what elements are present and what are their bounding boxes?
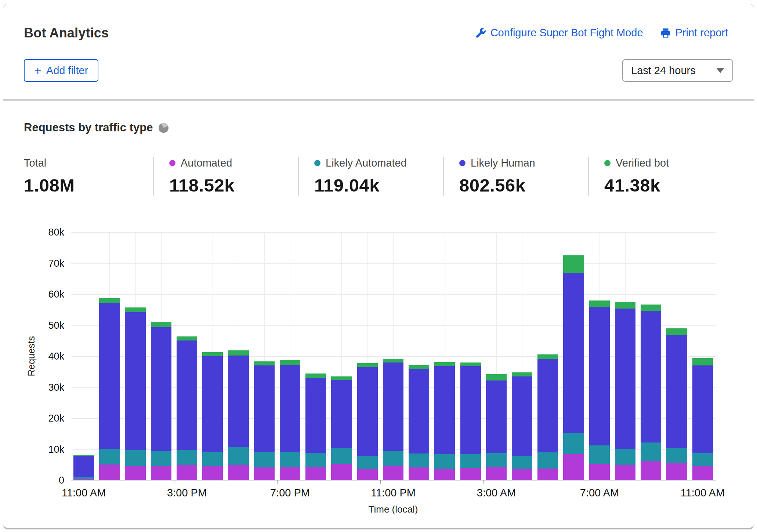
bar-segment[interactable] [99, 303, 120, 449]
stat-verified-bot[interactable]: Verified bot 41.38k [588, 157, 733, 196]
bar-segment[interactable] [151, 327, 171, 451]
bar-segment[interactable] [615, 302, 635, 309]
bar-segment[interactable] [280, 467, 300, 480]
bar-segment[interactable] [331, 464, 352, 480]
stacked-bar[interactable] [99, 298, 120, 480]
bar-segment[interactable] [357, 456, 378, 469]
stat-likely-human[interactable]: Likely Human 802.56k [443, 157, 588, 196]
bar-segment[interactable] [305, 467, 326, 480]
bar-segment[interactable] [125, 312, 145, 450]
bar-segment[interactable] [305, 453, 326, 467]
bar-segment[interactable] [434, 366, 455, 454]
bar-segment[interactable] [409, 365, 429, 369]
bar-segment[interactable] [460, 468, 481, 480]
stacked-bar[interactable] [228, 350, 249, 480]
bar-segment[interactable] [177, 336, 197, 340]
stacked-bar[interactable] [615, 302, 635, 480]
bar-segment[interactable] [537, 354, 558, 359]
bar-segment[interactable] [512, 456, 532, 469]
bar-segment[interactable] [125, 307, 145, 313]
bar-segment[interactable] [357, 367, 378, 456]
bar-segment[interactable] [357, 469, 378, 480]
bar-segment[interactable] [563, 255, 584, 273]
stacked-bar[interactable] [202, 352, 223, 480]
stacked-bar[interactable] [357, 363, 378, 480]
stacked-bar[interactable] [254, 361, 275, 480]
bar-segment[interactable] [434, 362, 455, 366]
bar-segment[interactable] [486, 374, 507, 380]
bar-segment[interactable] [331, 376, 352, 380]
bar-segment[interactable] [615, 309, 635, 449]
stacked-bar[interactable] [331, 376, 352, 480]
bar-segment[interactable] [228, 350, 249, 356]
bar-segment[interactable] [460, 362, 481, 366]
bar-segment[interactable] [151, 322, 171, 327]
bar-segment[interactable] [280, 452, 300, 467]
bar-segment[interactable] [692, 453, 713, 466]
bar-segment[interactable] [537, 469, 558, 480]
bar-segment[interactable] [177, 340, 197, 450]
stat-likely-automated[interactable]: Likely Automated 119.04k [298, 157, 443, 196]
bar-segment[interactable] [254, 452, 275, 467]
bar-segment[interactable] [125, 450, 145, 466]
bar-segment[interactable] [589, 300, 610, 307]
bar-segment[interactable] [73, 479, 94, 480]
bar-segment[interactable] [409, 467, 429, 480]
bar-segment[interactable] [512, 372, 532, 376]
stacked-bar[interactable] [177, 336, 197, 480]
stacked-bar[interactable] [486, 374, 507, 480]
stacked-bar[interactable] [434, 362, 455, 480]
bar-segment[interactable] [563, 454, 584, 480]
bar-segment[interactable] [460, 366, 481, 454]
bar-segment[interactable] [537, 359, 558, 452]
stacked-bar[interactable] [305, 374, 326, 480]
bar-segment[interactable] [228, 465, 249, 480]
bar-segment[interactable] [151, 466, 171, 480]
bar-segment[interactable] [254, 361, 275, 366]
bar-segment[interactable] [99, 464, 120, 480]
bar-segment[interactable] [228, 447, 249, 465]
stacked-bar[interactable] [125, 307, 145, 480]
bar-segment[interactable] [151, 451, 171, 466]
bar-segment[interactable] [202, 466, 223, 480]
stat-automated[interactable]: Automated 118.52k [153, 157, 298, 196]
bar-segment[interactable] [537, 452, 558, 469]
stacked-bar[interactable] [512, 372, 532, 480]
print-report-link[interactable]: Print report [660, 27, 728, 39]
bar-segment[interactable] [409, 369, 429, 454]
bar-segment[interactable] [486, 453, 507, 467]
bar-segment[interactable] [666, 463, 687, 480]
bar-segment[interactable] [383, 466, 403, 480]
stacked-bar[interactable] [666, 328, 687, 480]
bar-segment[interactable] [305, 378, 326, 453]
bar-segment[interactable] [512, 469, 532, 480]
stacked-bar[interactable] [537, 354, 558, 480]
configure-super-bot-fight-mode-link[interactable]: Configure Super Bot Fight Mode [475, 27, 643, 39]
bar-segment[interactable] [202, 452, 223, 466]
bar-segment[interactable] [357, 363, 378, 367]
time-range-dropdown[interactable]: Last 24 hours [622, 59, 733, 82]
bar-segment[interactable] [589, 307, 610, 446]
bar-segment[interactable] [615, 465, 635, 480]
bar-segment[interactable] [641, 461, 661, 480]
stacked-bar[interactable] [151, 322, 171, 480]
bar-segment[interactable] [383, 359, 403, 362]
bar-segment[interactable] [692, 358, 713, 365]
stacked-bar[interactable] [383, 359, 403, 480]
bar-segment[interactable] [383, 362, 403, 451]
stacked-bar[interactable] [280, 360, 300, 480]
bar-segment[interactable] [589, 445, 610, 464]
stacked-bar[interactable] [641, 305, 661, 480]
stacked-bar[interactable] [73, 455, 94, 480]
bar-segment[interactable] [280, 360, 300, 365]
stacked-bar[interactable] [460, 362, 481, 480]
bar-segment[interactable] [202, 352, 223, 356]
bar-segment[interactable] [409, 453, 429, 467]
bar-segment[interactable] [305, 374, 326, 378]
bar-segment[interactable] [589, 464, 610, 480]
bar-segment[interactable] [512, 376, 532, 456]
bar-segment[interactable] [99, 449, 120, 464]
bar-segment[interactable] [99, 298, 120, 303]
bar-segment[interactable] [177, 465, 197, 480]
bar-segment[interactable] [228, 356, 249, 447]
